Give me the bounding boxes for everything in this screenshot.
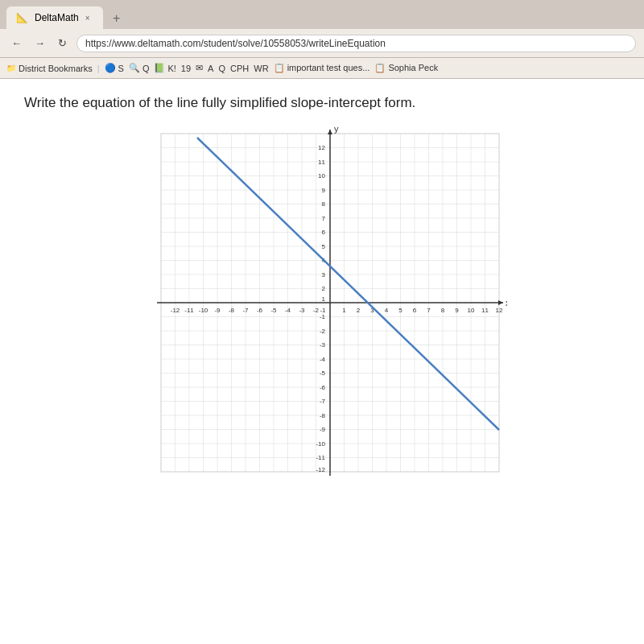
svg-text:-2: -2: [320, 328, 326, 335]
svg-text:5: 5: [322, 243, 326, 250]
bookmark-a[interactable]: A: [208, 64, 213, 73]
bm-q-icon: 🔍: [129, 63, 140, 73]
bm-m-icon: ✉: [196, 63, 203, 73]
browser-chrome: 📐 DeltaMath × + ← → ↻ https://www.deltam…: [0, 0, 644, 79]
svg-text:y: y: [334, 126, 339, 134]
svg-text:-12: -12: [171, 307, 180, 314]
bookmarks-bar: 📁 District Bookmarks | 🔵 S 🔍 Q 📗 K! 19 ✉…: [0, 58, 644, 79]
svg-text:12: 12: [496, 307, 503, 314]
bookmark-19[interactable]: 19: [181, 64, 191, 73]
svg-marker-46: [498, 300, 503, 305]
refresh-button[interactable]: ↻: [55, 35, 70, 51]
bookmark-s[interactable]: 🔵 S: [105, 63, 124, 73]
svg-text:-3: -3: [299, 307, 305, 314]
svg-text:x: x: [506, 298, 507, 308]
svg-text:8: 8: [441, 307, 445, 314]
svg-text:-11: -11: [316, 454, 325, 461]
svg-text:-5: -5: [270, 307, 277, 314]
svg-text:-6: -6: [320, 384, 326, 391]
back-button[interactable]: ←: [8, 35, 25, 51]
svg-text:-10: -10: [316, 440, 325, 448]
svg-text:-4: -4: [285, 307, 291, 314]
svg-text:6: 6: [322, 229, 326, 236]
graph-wrapper: x y -12 -11 -10 -9 -8 -7 -6 -5 -4 -3 -2 …: [137, 126, 507, 496]
svg-marker-48: [328, 130, 332, 134]
bm-s-icon: 🔵: [105, 63, 116, 73]
svg-text:-7: -7: [242, 307, 249, 314]
tab-favicon: 📐: [16, 12, 28, 23]
svg-text:6: 6: [413, 307, 417, 314]
svg-text:2: 2: [322, 285, 326, 292]
svg-text:-1: -1: [320, 313, 326, 320]
svg-text:-12: -12: [316, 466, 325, 473]
page-content: Write the equation of the line fully sim…: [0, 79, 644, 644]
bookmark-test[interactable]: 📋 important test ques...: [274, 63, 370, 73]
bookmark-wr[interactable]: WR: [254, 64, 268, 73]
bookmark-sophia[interactable]: 📋 Sophia Peck: [374, 63, 438, 73]
bookmark-m[interactable]: ✉: [196, 63, 203, 73]
url-field[interactable]: https://www.deltamath.com/student/solve/…: [76, 35, 636, 52]
svg-text:-6: -6: [257, 307, 263, 314]
address-bar: ← → ↻ https://www.deltamath.com/student/…: [0, 29, 644, 58]
svg-text:-2: -2: [313, 307, 320, 314]
svg-text:-9: -9: [320, 426, 326, 433]
bookmark-label: District Bookmarks: [19, 64, 93, 73]
new-tab-button[interactable]: +: [108, 8, 125, 29]
question-text: Write the equation of the line fully sim…: [24, 95, 620, 111]
folder-icon: 📁: [6, 64, 16, 72]
browser-tab[interactable]: 📐 DeltaMath ×: [6, 6, 103, 29]
svg-text:-8: -8: [320, 412, 326, 419]
svg-text:-3: -3: [320, 341, 326, 349]
svg-text:3: 3: [322, 271, 326, 279]
svg-text:1: 1: [322, 295, 326, 303]
svg-text:1: 1: [342, 307, 346, 314]
svg-text:10: 10: [468, 307, 475, 314]
svg-text:5: 5: [398, 307, 402, 314]
bookmark-district[interactable]: 📁 District Bookmarks: [6, 64, 93, 73]
bookmark-q2[interactable]: Q: [218, 64, 225, 73]
svg-text:8: 8: [322, 200, 326, 208]
forward-button[interactable]: →: [31, 35, 48, 51]
graph-container: x y -12 -11 -10 -9 -8 -7 -6 -5 -4 -3 -2 …: [24, 126, 620, 496]
svg-text:12: 12: [318, 144, 325, 151]
svg-text:9: 9: [455, 307, 459, 314]
svg-text:9: 9: [322, 187, 326, 194]
tab-bar: 📐 DeltaMath × +: [0, 0, 644, 29]
svg-text:2: 2: [357, 307, 361, 314]
svg-text:11: 11: [481, 307, 489, 314]
svg-text:-8: -8: [229, 307, 235, 314]
tab-title: DeltaMath: [35, 12, 79, 23]
svg-text:11: 11: [318, 159, 325, 166]
svg-text:-7: -7: [320, 398, 326, 405]
svg-text:-10: -10: [199, 307, 208, 314]
svg-text:10: 10: [318, 172, 325, 180]
bookmark-q[interactable]: 🔍 Q: [129, 63, 150, 73]
coordinate-graph: x y -12 -11 -10 -9 -8 -7 -6 -5 -4 -3 -2 …: [137, 126, 507, 496]
svg-text:-11: -11: [184, 307, 194, 314]
svg-text:7: 7: [322, 215, 326, 222]
bookmark-k[interactable]: 📗 K!: [154, 63, 175, 73]
svg-text:4: 4: [385, 307, 389, 314]
tab-close-button[interactable]: ×: [85, 14, 90, 23]
bookmark-cph[interactable]: CPH: [230, 64, 249, 73]
svg-text:7: 7: [427, 307, 431, 314]
svg-text:-5: -5: [320, 369, 326, 377]
svg-text:-9: -9: [214, 307, 221, 314]
svg-text:-4: -4: [320, 356, 326, 363]
bm-k-icon: 📗: [154, 63, 165, 73]
